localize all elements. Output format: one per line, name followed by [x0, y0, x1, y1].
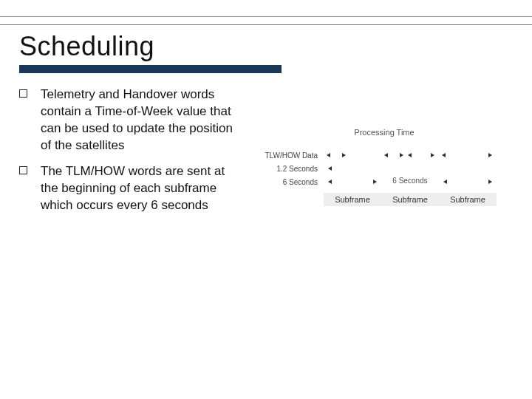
arrow-left-icon [328, 166, 332, 171]
arrow-cell [439, 163, 497, 174]
arrow-cell [439, 177, 497, 187]
arrow-left-icon [328, 180, 332, 184]
arrow-left-icon [408, 153, 412, 157]
bullet-list: Telemetry and Handover words contain a T… [19, 86, 241, 223]
slide: Scheduling Telemetry and Handover words … [0, 0, 532, 399]
top-border-line-2 [0, 24, 532, 25]
arrow-right-icon [488, 153, 492, 157]
figure-row-6s: 6 Seconds 6 Seconds [256, 177, 513, 187]
arrow-left-icon [384, 153, 388, 157]
arrow-left-icon [327, 153, 330, 157]
arrow-left-icon [443, 180, 447, 184]
square-bullet-icon [19, 166, 27, 174]
figure-row-12s: 1.2 Seconds [256, 163, 513, 174]
row-label: 6 Seconds [256, 178, 324, 186]
bullet-text: The TLM/HOW words are sent at the beginn… [41, 163, 241, 214]
subframe-row: Subframe Subframe Subframe [324, 193, 513, 206]
arrow-right-icon [400, 153, 403, 157]
arrow-left-icon [442, 153, 446, 157]
subframe-label: Subframe [439, 193, 497, 206]
arrow-cell [324, 177, 381, 187]
slide-title: Scheduling [19, 31, 513, 62]
arrow-cell [324, 150, 381, 160]
arrow-right-icon [373, 180, 377, 184]
cell-label: 6 Seconds [381, 177, 439, 187]
title-underline [19, 65, 282, 73]
top-border-line [0, 16, 532, 17]
bullet-item: The TLM/HOW words are sent at the beginn… [19, 163, 241, 214]
arrow-right-icon [431, 153, 434, 157]
arrow-cell [324, 163, 381, 174]
arrow-right-icon [488, 180, 492, 184]
figure-row-tlw: TLW/HOW Data [256, 150, 513, 160]
row-label: 1.2 Seconds [256, 165, 324, 173]
square-bullet-icon [19, 89, 27, 98]
timing-figure: Processing Time TLW/HOW Data [256, 128, 513, 206]
bullet-item: Telemetry and Handover words contain a T… [19, 86, 241, 154]
slide-body: Telemetry and Handover words contain a T… [19, 86, 513, 223]
subframe-label: Subframe [324, 193, 381, 206]
bullet-text: Telemetry and Handover words contain a T… [41, 86, 241, 154]
row-label: TLW/HOW Data [256, 151, 324, 160]
subframe-label: Subframe [381, 193, 439, 206]
processing-time-label: Processing Time [256, 128, 513, 137]
arrow-cell [439, 150, 497, 160]
arrow-right-icon [342, 153, 346, 157]
arrow-cell [381, 150, 439, 160]
arrow-cell [381, 163, 439, 174]
